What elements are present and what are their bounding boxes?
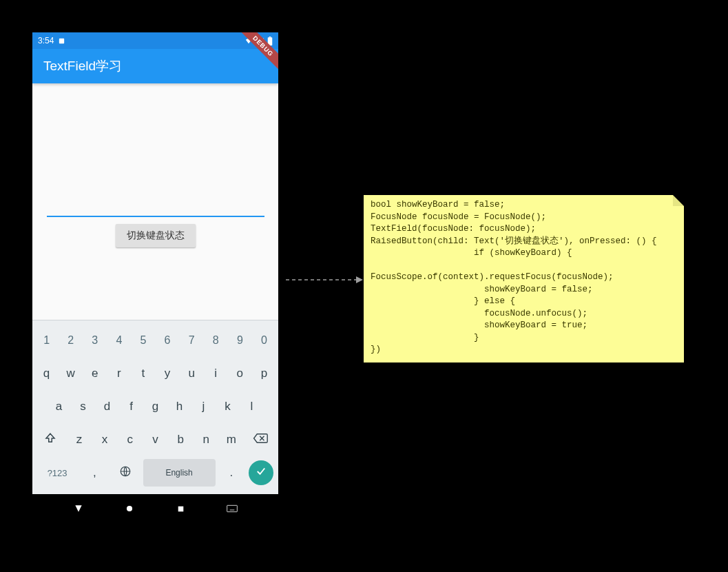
app-bar: TextField学习 xyxy=(32,49,278,83)
key-0[interactable]: 0 xyxy=(253,327,275,354)
key-e[interactable]: e xyxy=(84,360,105,387)
key-l[interactable]: l xyxy=(241,393,262,420)
key-2[interactable]: 2 xyxy=(60,327,81,354)
app-body: 切换键盘状态 xyxy=(32,83,278,320)
keyboard-row-3: z x c v b n m xyxy=(34,424,276,456)
key-6[interactable]: 6 xyxy=(157,327,178,354)
key-globe[interactable] xyxy=(110,459,140,487)
key-shift[interactable] xyxy=(36,426,65,453)
svg-rect-2 xyxy=(269,37,271,37)
status-time: 3:54 xyxy=(38,36,54,45)
key-backspace[interactable] xyxy=(245,426,275,453)
toggle-keyboard-button[interactable]: 切换键盘状态 xyxy=(116,224,196,247)
nav-home-button[interactable] xyxy=(116,504,143,513)
key-i[interactable]: i xyxy=(205,360,227,387)
key-comma[interactable]: , xyxy=(81,459,107,487)
key-9[interactable]: 9 xyxy=(229,327,251,354)
keyboard-row-4: ?123 , English . xyxy=(34,457,276,489)
svg-rect-0 xyxy=(59,38,64,43)
key-a[interactable]: a xyxy=(48,393,70,420)
svg-rect-5 xyxy=(178,506,184,511)
arrow-connector xyxy=(284,276,364,284)
key-n[interactable]: n xyxy=(195,426,218,453)
key-m[interactable]: m xyxy=(220,426,243,453)
phone-frame: DEBUG 3:54 TextField学习 切换键盘状态 xyxy=(32,32,278,523)
key-v[interactable]: v xyxy=(144,426,167,453)
key-period[interactable]: . xyxy=(218,459,245,487)
key-4[interactable]: 4 xyxy=(108,327,129,354)
key-h[interactable]: h xyxy=(169,393,190,420)
key-z[interactable]: z xyxy=(68,426,91,453)
key-1[interactable]: 1 xyxy=(36,327,57,354)
key-c[interactable]: c xyxy=(118,426,141,453)
nav-back-button[interactable] xyxy=(65,504,92,513)
key-k[interactable]: k xyxy=(217,393,238,420)
code-snippet: bool showKeyBoard = false; FocusNode foc… xyxy=(371,199,677,356)
backspace-icon xyxy=(253,433,268,447)
key-symbols[interactable]: ?123 xyxy=(36,459,79,487)
key-o[interactable]: o xyxy=(229,360,251,387)
key-d[interactable]: d xyxy=(96,393,118,420)
key-w[interactable]: w xyxy=(60,360,81,387)
key-y[interactable]: y xyxy=(157,360,178,387)
key-7[interactable]: 7 xyxy=(181,327,202,354)
key-r[interactable]: r xyxy=(108,360,129,387)
key-p[interactable]: p xyxy=(253,360,275,387)
key-u[interactable]: u xyxy=(181,360,202,387)
key-5[interactable]: 5 xyxy=(132,327,154,354)
code-note: bool showKeyBoard = false; FocusNode foc… xyxy=(364,195,684,362)
android-nav-bar xyxy=(32,494,278,523)
text-field-input[interactable] xyxy=(47,201,264,217)
svg-point-4 xyxy=(127,506,132,511)
key-s[interactable]: s xyxy=(72,393,94,420)
svg-rect-6 xyxy=(227,505,238,511)
notification-icon xyxy=(58,37,65,45)
keyboard-row-numbers: 1 2 3 4 5 6 7 8 9 0 xyxy=(34,325,276,356)
soft-keyboard: 1 2 3 4 5 6 7 8 9 0 q w e r t y u i o p … xyxy=(32,320,278,494)
app-title: TextField学习 xyxy=(43,57,122,75)
key-8[interactable]: 8 xyxy=(205,327,227,354)
key-j[interactable]: j xyxy=(193,393,214,420)
globe-icon xyxy=(119,465,132,481)
nav-ime-button[interactable] xyxy=(218,504,246,513)
key-b[interactable]: b xyxy=(169,426,192,453)
keyboard-row-1: q w e r t y u i o p xyxy=(34,358,276,389)
key-f[interactable]: f xyxy=(121,393,142,420)
nav-recent-button[interactable] xyxy=(167,504,195,513)
shift-icon xyxy=(44,432,56,448)
keyboard-row-2: a s d f g h j k l xyxy=(34,391,276,422)
key-t[interactable]: t xyxy=(132,360,154,387)
key-language[interactable]: English xyxy=(143,459,216,487)
check-icon xyxy=(255,465,267,481)
key-x[interactable]: x xyxy=(93,426,116,453)
key-q[interactable]: q xyxy=(36,360,57,387)
key-enter[interactable] xyxy=(249,460,273,485)
key-3[interactable]: 3 xyxy=(84,327,105,354)
key-g[interactable]: g xyxy=(145,393,166,420)
status-bar: 3:54 xyxy=(32,32,278,49)
